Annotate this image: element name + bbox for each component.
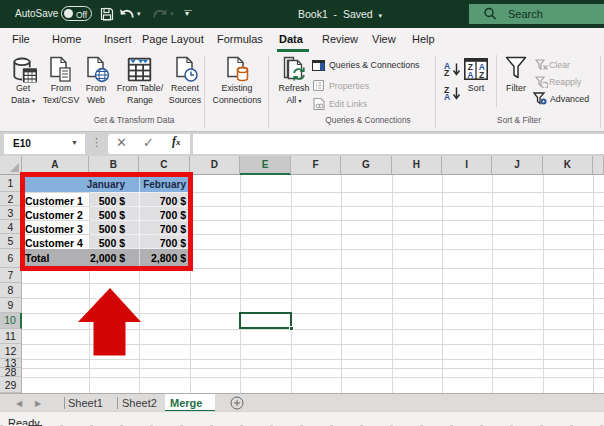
svg-text:A: A [467, 70, 473, 80]
svg-text:Z: Z [479, 70, 484, 80]
